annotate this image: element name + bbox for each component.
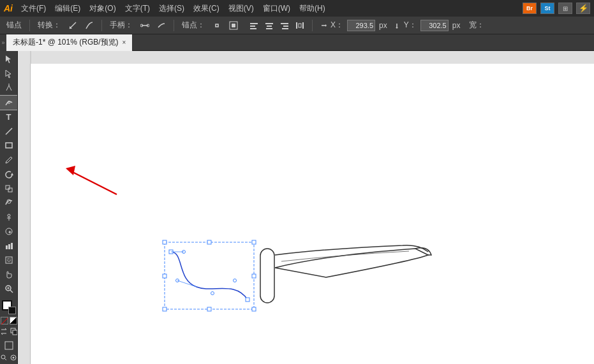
direct-select-tool-btn[interactable]: [0, 67, 18, 82]
pencil-tool-btn[interactable]: [0, 153, 18, 168]
graph-tool-btn[interactable]: [0, 239, 18, 254]
separator-2: [101, 20, 102, 31]
x-unit: px: [376, 21, 390, 30]
ruler-horizontal: /* generated via CSS */: [18, 51, 594, 64]
svg-marker-23: [6, 55, 11, 63]
svg-marker-58: [66, 166, 75, 175]
menu-object[interactable]: 对象(O): [86, 2, 119, 15]
bridge-icon[interactable]: Br: [523, 3, 537, 14]
menu-help[interactable]: 帮助(H): [296, 2, 329, 15]
view-toggle-btn[interactable]: [9, 353, 18, 363]
search-panel-btn[interactable]: [0, 353, 8, 363]
svg-rect-42: [8, 259, 10, 261]
svg-rect-38: [6, 245, 8, 249]
separator-4: [312, 20, 313, 31]
puppet-tool-btn[interactable]: [0, 210, 18, 225]
svg-rect-69: [246, 298, 249, 302]
stock-icon[interactable]: St: [540, 3, 554, 14]
menu-text[interactable]: 文字(T): [122, 2, 153, 15]
svg-rect-61: [252, 240, 256, 244]
svg-rect-62: [163, 307, 167, 311]
reset-colors-btn[interactable]: [10, 327, 19, 336]
svg-rect-7: [250, 23, 258, 24]
document-canvas[interactable]: [18, 64, 594, 364]
align-left-btn[interactable]: [247, 20, 261, 31]
workspace-icon[interactable]: ⊞: [558, 3, 572, 14]
artboard-tool-btn[interactable]: [0, 253, 18, 268]
menu-select[interactable]: 选择(S): [156, 2, 188, 15]
menu-window[interactable]: 窗口(W): [260, 2, 293, 15]
svg-line-52: [5, 359, 7, 361]
line-tool-btn[interactable]: [0, 124, 18, 139]
annotation-arrow: [66, 166, 117, 194]
svg-rect-41: [6, 257, 12, 263]
x-label: X：: [328, 20, 346, 31]
search-web-icon[interactable]: ⚡: [576, 3, 590, 14]
svg-rect-50: [5, 342, 13, 349]
svg-rect-9: [250, 28, 256, 29]
svg-rect-10: [265, 23, 273, 24]
x-axis-icon: [320, 22, 327, 29]
ruler-vertical: [18, 64, 31, 364]
panel-collapse-btn[interactable]: »: [0, 34, 6, 51]
scale-tool-btn[interactable]: [0, 182, 18, 196]
type-tool-btn[interactable]: T: [0, 110, 18, 124]
canvas-area[interactable]: /* generated via CSS */: [18, 51, 594, 364]
align-center-btn[interactable]: [262, 20, 276, 31]
title-icons: Br St ⊞ ⚡: [523, 3, 590, 14]
anchor-icon-btn[interactable]: [210, 20, 224, 31]
anchor-smooth-tool-btn[interactable]: [0, 96, 18, 110]
handle-btn2[interactable]: [154, 20, 168, 31]
x-value-input[interactable]: [347, 20, 375, 31]
svg-point-74: [211, 292, 214, 295]
svg-point-51: [1, 355, 5, 359]
zoom-tool-btn[interactable]: [0, 282, 18, 296]
convert-corner-btn[interactable]: [66, 20, 80, 31]
svg-rect-67: [207, 307, 211, 311]
tab-close-btn[interactable]: ×: [123, 39, 126, 46]
menu-edit[interactable]: 编辑(E): [52, 2, 84, 15]
svg-line-57: [70, 171, 117, 194]
select-tool-btn[interactable]: [0, 52, 18, 67]
width-label: 宽：: [466, 20, 487, 31]
svg-rect-14: [283, 25, 288, 27]
y-value-input[interactable]: [420, 20, 449, 31]
background-swatch[interactable]: [8, 307, 16, 314]
svg-rect-31: [8, 188, 12, 192]
warp-tool-btn[interactable]: [0, 196, 18, 210]
hand-tool-btn[interactable]: [0, 268, 18, 282]
sword-guard: [260, 249, 274, 303]
tab-document[interactable]: 未标题-1* @ 101% (RGB/预览) ×: [6, 34, 133, 51]
svg-rect-64: [207, 240, 211, 244]
svg-rect-65: [163, 274, 167, 278]
ruler-markings-h: /* generated via CSS */: [18, 51, 594, 64]
menu-effect[interactable]: 效果(C): [190, 2, 223, 15]
align-right-btn[interactable]: [278, 20, 292, 31]
svg-rect-40: [11, 243, 13, 249]
gradient-swatch[interactable]: [10, 317, 17, 324]
svg-rect-63: [252, 307, 256, 311]
svg-rect-28: [6, 143, 12, 148]
transform-label: 转换：: [35, 20, 63, 31]
screen-mode-btn[interactable]: [0, 339, 18, 353]
separator-1: [29, 20, 30, 31]
pen-tool-btn[interactable]: [0, 81, 18, 96]
rect-tool-btn[interactable]: [0, 138, 18, 153]
swap-colors-btn[interactable]: [0, 327, 8, 336]
none-swatch[interactable]: [1, 317, 8, 324]
title-bar: Ai 文件(F) 编辑(E) 对象(O) 文字(T) 选择(S) 效果(C) 视…: [0, 0, 594, 17]
convert-smooth-btn[interactable]: [82, 20, 96, 31]
y-label: Y：: [401, 20, 419, 31]
symbol-tool-btn[interactable]: ✦: [0, 224, 18, 239]
separator-3: [174, 20, 174, 31]
canvas-drawing: [18, 76, 594, 364]
svg-rect-4: [216, 24, 218, 27]
rotate-tool-btn[interactable]: [0, 167, 18, 182]
menu-view[interactable]: 视图(V): [225, 2, 257, 15]
menu-file[interactable]: 文件(F): [18, 2, 49, 15]
swatch-group: [2, 300, 16, 314]
tab-label: 未标题-1* @ 101% (RGB/预览): [13, 37, 119, 48]
distribute-btn[interactable]: [293, 20, 307, 31]
anchor-corner-btn[interactable]: [226, 20, 241, 31]
handle-btn1[interactable]: [138, 20, 152, 31]
